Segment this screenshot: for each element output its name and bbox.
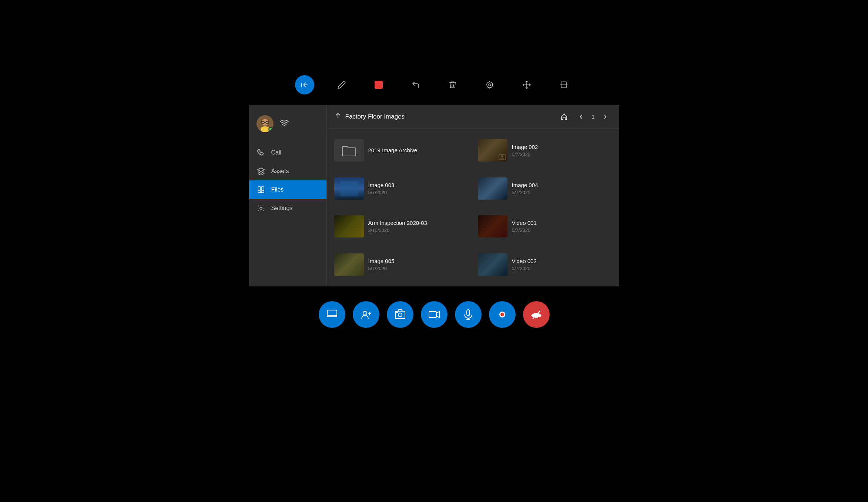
svg-rect-35	[396, 312, 398, 313]
image-005-thumb	[334, 253, 364, 276]
svg-point-27	[501, 155, 503, 157]
file-item-image-002[interactable]: Image 002 5/7/2020	[473, 132, 616, 169]
file-date: 3/10/2020	[368, 227, 427, 233]
file-date: 5/7/2020	[512, 152, 538, 157]
svg-rect-22	[258, 191, 261, 193]
svg-point-2	[487, 82, 493, 88]
settings-icon	[257, 204, 265, 212]
sidebar-item-files[interactable]: Files	[249, 180, 326, 199]
delete-button[interactable]	[443, 75, 462, 94]
svg-point-3	[489, 84, 491, 86]
file-item-arm-inspection[interactable]: Arm Inspection 2020-03 3/10/2020	[330, 208, 473, 245]
home-button[interactable]	[557, 110, 571, 123]
sidebar-item-assets[interactable]: Assets	[249, 162, 326, 180]
end-call-button[interactable]	[523, 301, 550, 328]
svg-point-18	[261, 126, 269, 132]
add-participant-button[interactable]	[353, 301, 379, 328]
file-name: Image 003	[368, 182, 395, 188]
sidebar-avatar-row	[249, 112, 296, 140]
wifi-icon	[279, 119, 289, 128]
file-item-video-002[interactable]: Video 002 5/7/2020	[473, 246, 616, 283]
assets-label: Assets	[271, 168, 289, 174]
prev-page-button[interactable]	[574, 110, 588, 123]
file-info-002: Image 002 5/7/2020	[512, 144, 538, 157]
file-info-004: Image 004 5/7/2020	[512, 182, 538, 195]
microphone-button[interactable]	[455, 301, 482, 328]
svg-point-34	[398, 313, 402, 317]
move-button[interactable]	[517, 75, 536, 94]
image-003-thumb	[334, 177, 364, 200]
content-area: Factory Floor Images 1	[327, 105, 619, 286]
annotate-button[interactable]	[332, 75, 351, 94]
file-name: Video 002	[512, 258, 537, 264]
folder-thumb	[334, 139, 364, 162]
settings-label: Settings	[271, 205, 293, 212]
file-item-image-004[interactable]: Image 004 5/7/2020	[473, 170, 616, 207]
sidebar-nav: Call Assets	[249, 143, 326, 217]
page-number: 1	[591, 113, 594, 120]
image-004-thumb	[478, 177, 507, 200]
bottom-toolbar	[319, 301, 550, 328]
record-stop-button[interactable]	[369, 75, 388, 94]
svg-point-28	[500, 158, 504, 160]
svg-point-30	[363, 311, 367, 315]
call-label: Call	[271, 149, 282, 156]
call-icon	[257, 149, 265, 157]
file-date: 5/7/2020	[512, 266, 537, 271]
next-page-button[interactable]	[599, 110, 612, 123]
file-item-image-003[interactable]: Image 003 5/7/2020	[330, 170, 473, 207]
file-info-folder: 2019 Image Archive	[368, 147, 418, 153]
pin-button[interactable]	[480, 75, 499, 94]
content-header: Factory Floor Images 1	[327, 105, 619, 129]
undo-button[interactable]	[406, 75, 425, 94]
file-date: 5/7/2020	[368, 266, 395, 271]
files-label: Files	[271, 186, 284, 193]
up-arrow-icon	[334, 112, 342, 121]
record-button[interactable]	[489, 301, 516, 328]
file-grid: 2019 Image Archive Image 002	[327, 129, 619, 286]
chat-button[interactable]	[319, 301, 345, 328]
sidebar-item-settings[interactable]: Settings	[249, 199, 326, 217]
app-container: Call Assets	[240, 72, 629, 431]
video-002-thumb	[478, 253, 507, 276]
camera-button[interactable]	[421, 301, 448, 328]
file-name: Image 005	[368, 258, 395, 264]
file-item-image-005[interactable]: Image 005 5/7/2020	[330, 246, 473, 283]
file-date: 5/7/2020	[512, 227, 537, 233]
header-nav: 1	[557, 110, 611, 123]
breadcrumb-title: Factory Floor Images	[345, 113, 405, 120]
svg-point-42	[500, 313, 504, 316]
file-info-video-002: Video 002 5/7/2020	[512, 258, 537, 271]
file-info-003: Image 003 5/7/2020	[368, 182, 395, 195]
svg-rect-21	[261, 187, 264, 190]
arm-inspection-thumb	[334, 215, 364, 237]
file-date: 5/7/2020	[512, 190, 538, 195]
image-002-thumb	[478, 139, 507, 162]
svg-rect-36	[429, 312, 436, 318]
pin-alt-button[interactable]	[554, 75, 573, 94]
avatar	[257, 115, 274, 132]
svg-rect-23	[261, 191, 264, 193]
file-info-arm: Arm Inspection 2020-03 3/10/2020	[368, 220, 427, 233]
files-icon	[257, 186, 265, 194]
main-window: Call Assets	[249, 105, 619, 286]
online-badge	[268, 127, 273, 132]
svg-marker-37	[436, 312, 439, 318]
file-name: Image 002	[512, 144, 538, 150]
file-date: 5/7/2020	[368, 190, 395, 195]
file-name: Image 004	[512, 182, 538, 188]
file-item-video-001[interactable]: Video 001 5/7/2020	[473, 208, 616, 245]
svg-rect-38	[467, 310, 470, 316]
file-item-folder-archive[interactable]: 2019 Image Archive	[330, 132, 473, 169]
assets-icon	[257, 167, 265, 175]
snapshot-button[interactable]	[387, 301, 413, 328]
sidebar-item-call[interactable]: Call	[249, 143, 326, 162]
file-info-005: Image 005 5/7/2020	[368, 258, 395, 271]
breadcrumb: Factory Floor Images	[334, 112, 405, 121]
svg-point-24	[260, 207, 262, 209]
back-button[interactable]	[295, 75, 314, 94]
file-name: Arm Inspection 2020-03	[368, 220, 427, 226]
file-info-video-001: Video 001 5/7/2020	[512, 220, 537, 233]
file-name: Video 001	[512, 220, 537, 226]
file-name: 2019 Image Archive	[368, 147, 418, 153]
